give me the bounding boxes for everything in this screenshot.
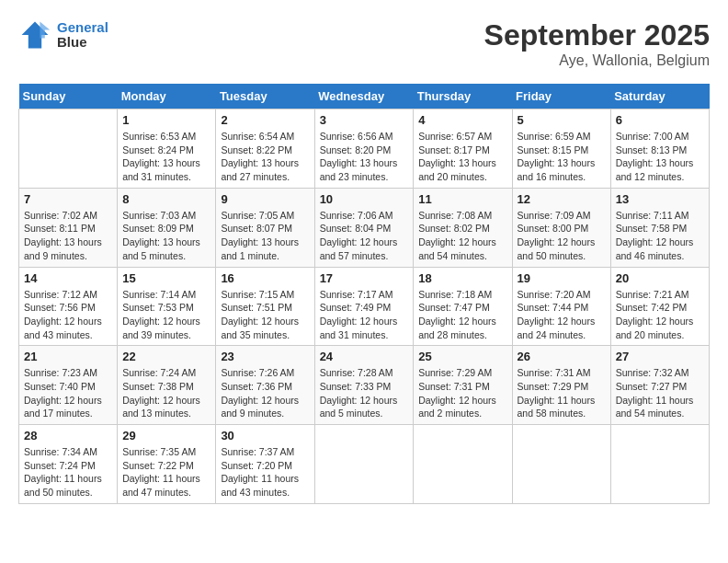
col-header-tuesday: Tuesday bbox=[216, 84, 314, 109]
calendar-cell: 14Sunrise: 7:12 AM Sunset: 7:56 PM Dayli… bbox=[19, 267, 118, 346]
calendar-table: SundayMondayTuesdayWednesdayThursdayFrid… bbox=[18, 84, 710, 504]
day-number: 1 bbox=[122, 113, 210, 127]
calendar-cell: 7Sunrise: 7:02 AM Sunset: 8:11 PM Daylig… bbox=[19, 188, 118, 267]
day-info: Sunrise: 6:53 AM Sunset: 8:24 PM Dayligh… bbox=[122, 130, 210, 184]
day-info: Sunrise: 7:12 AM Sunset: 7:56 PM Dayligh… bbox=[24, 288, 112, 342]
day-info: Sunrise: 7:21 AM Sunset: 7:42 PM Dayligh… bbox=[616, 288, 704, 342]
calendar-cell: 22Sunrise: 7:24 AM Sunset: 7:38 PM Dayli… bbox=[118, 346, 216, 425]
col-header-saturday: Saturday bbox=[610, 84, 709, 109]
calendar-cell: 26Sunrise: 7:31 AM Sunset: 7:29 PM Dayli… bbox=[512, 346, 610, 425]
calendar-cell: 29Sunrise: 7:35 AM Sunset: 7:22 PM Dayli… bbox=[118, 425, 216, 504]
col-header-sunday: Sunday bbox=[19, 84, 118, 109]
day-number: 16 bbox=[221, 271, 309, 285]
calendar-cell bbox=[610, 425, 709, 504]
calendar-cell: 18Sunrise: 7:18 AM Sunset: 7:47 PM Dayli… bbox=[414, 267, 512, 346]
day-info: Sunrise: 6:54 AM Sunset: 8:22 PM Dayligh… bbox=[221, 130, 309, 184]
day-number: 4 bbox=[418, 113, 506, 127]
day-info: Sunrise: 7:31 AM Sunset: 7:29 PM Dayligh… bbox=[518, 366, 606, 420]
day-number: 9 bbox=[221, 192, 309, 206]
logo: General Blue bbox=[18, 18, 108, 52]
day-info: Sunrise: 7:29 AM Sunset: 7:31 PM Dayligh… bbox=[418, 366, 506, 420]
calendar-cell: 24Sunrise: 7:28 AM Sunset: 7:33 PM Dayli… bbox=[314, 346, 414, 425]
day-info: Sunrise: 7:15 AM Sunset: 7:51 PM Dayligh… bbox=[221, 288, 309, 342]
day-info: Sunrise: 7:28 AM Sunset: 7:33 PM Dayligh… bbox=[320, 366, 409, 420]
calendar-cell: 16Sunrise: 7:15 AM Sunset: 7:51 PM Dayli… bbox=[216, 267, 314, 346]
calendar-cell bbox=[19, 109, 118, 189]
day-info: Sunrise: 7:17 AM Sunset: 7:49 PM Dayligh… bbox=[320, 288, 409, 342]
day-number: 23 bbox=[221, 350, 309, 363]
calendar-cell: 17Sunrise: 7:17 AM Sunset: 7:49 PM Dayli… bbox=[314, 267, 414, 346]
calendar-cell: 3Sunrise: 6:56 AM Sunset: 8:20 PM Daylig… bbox=[314, 109, 414, 189]
calendar-week-5: 28Sunrise: 7:34 AM Sunset: 7:24 PM Dayli… bbox=[19, 425, 710, 504]
day-info: Sunrise: 7:14 AM Sunset: 7:53 PM Dayligh… bbox=[122, 288, 210, 342]
svg-marker-1 bbox=[40, 22, 50, 39]
col-header-wednesday: Wednesday bbox=[314, 84, 414, 109]
calendar-cell: 30Sunrise: 7:37 AM Sunset: 7:20 PM Dayli… bbox=[216, 425, 314, 504]
calendar-cell: 23Sunrise: 7:26 AM Sunset: 7:36 PM Dayli… bbox=[216, 346, 314, 425]
day-number: 18 bbox=[418, 271, 506, 285]
day-number: 24 bbox=[320, 350, 409, 363]
calendar-cell bbox=[314, 425, 414, 504]
day-number: 12 bbox=[518, 192, 606, 206]
day-number: 15 bbox=[122, 271, 210, 285]
calendar-week-3: 14Sunrise: 7:12 AM Sunset: 7:56 PM Dayli… bbox=[19, 267, 710, 346]
day-info: Sunrise: 7:26 AM Sunset: 7:36 PM Dayligh… bbox=[221, 366, 309, 420]
day-info: Sunrise: 7:00 AM Sunset: 8:13 PM Dayligh… bbox=[616, 130, 704, 184]
calendar-week-4: 21Sunrise: 7:23 AM Sunset: 7:40 PM Dayli… bbox=[19, 346, 710, 425]
day-number: 27 bbox=[616, 350, 704, 363]
day-number: 10 bbox=[320, 192, 409, 206]
day-number: 6 bbox=[616, 113, 704, 127]
calendar-cell: 2Sunrise: 6:54 AM Sunset: 8:22 PM Daylig… bbox=[216, 109, 314, 189]
day-info: Sunrise: 7:37 AM Sunset: 7:20 PM Dayligh… bbox=[221, 445, 309, 500]
day-number: 14 bbox=[24, 271, 112, 285]
day-number: 26 bbox=[518, 350, 606, 363]
calendar-week-2: 7Sunrise: 7:02 AM Sunset: 8:11 PM Daylig… bbox=[19, 188, 710, 267]
day-info: Sunrise: 7:08 AM Sunset: 8:02 PM Dayligh… bbox=[418, 209, 506, 263]
calendar-cell: 28Sunrise: 7:34 AM Sunset: 7:24 PM Dayli… bbox=[19, 425, 118, 504]
day-number: 7 bbox=[24, 192, 112, 206]
calendar-body: 1Sunrise: 6:53 AM Sunset: 8:24 PM Daylig… bbox=[19, 109, 710, 504]
day-number: 11 bbox=[418, 192, 506, 206]
page-subtitle: Aye, Wallonia, Belgium bbox=[484, 52, 710, 69]
day-info: Sunrise: 6:57 AM Sunset: 8:17 PM Dayligh… bbox=[418, 130, 506, 184]
day-number: 19 bbox=[518, 271, 606, 285]
day-number: 29 bbox=[122, 429, 210, 442]
col-header-thursday: Thursday bbox=[414, 84, 512, 109]
col-header-friday: Friday bbox=[512, 84, 610, 109]
day-number: 20 bbox=[616, 271, 704, 285]
calendar-cell: 4Sunrise: 6:57 AM Sunset: 8:17 PM Daylig… bbox=[414, 109, 512, 189]
calendar-cell: 20Sunrise: 7:21 AM Sunset: 7:42 PM Dayli… bbox=[610, 267, 709, 346]
day-number: 22 bbox=[122, 350, 210, 363]
day-number: 13 bbox=[616, 192, 704, 206]
calendar-cell bbox=[512, 425, 610, 504]
day-info: Sunrise: 7:35 AM Sunset: 7:22 PM Dayligh… bbox=[122, 445, 210, 500]
day-number: 2 bbox=[221, 113, 309, 127]
day-info: Sunrise: 7:18 AM Sunset: 7:47 PM Dayligh… bbox=[418, 288, 506, 342]
day-info: Sunrise: 6:56 AM Sunset: 8:20 PM Dayligh… bbox=[320, 130, 409, 184]
day-info: Sunrise: 7:05 AM Sunset: 8:07 PM Dayligh… bbox=[221, 209, 309, 263]
day-number: 25 bbox=[418, 350, 506, 363]
day-info: Sunrise: 6:59 AM Sunset: 8:15 PM Dayligh… bbox=[518, 130, 606, 184]
calendar-cell: 5Sunrise: 6:59 AM Sunset: 8:15 PM Daylig… bbox=[512, 109, 610, 189]
calendar-cell: 9Sunrise: 7:05 AM Sunset: 8:07 PM Daylig… bbox=[216, 188, 314, 267]
day-number: 5 bbox=[518, 113, 606, 127]
calendar-cell bbox=[414, 425, 512, 504]
day-number: 30 bbox=[221, 429, 309, 442]
day-number: 28 bbox=[24, 429, 112, 442]
day-info: Sunrise: 7:34 AM Sunset: 7:24 PM Dayligh… bbox=[24, 445, 112, 500]
day-info: Sunrise: 7:03 AM Sunset: 8:09 PM Dayligh… bbox=[122, 209, 210, 263]
day-number: 21 bbox=[24, 350, 112, 363]
calendar-cell: 1Sunrise: 6:53 AM Sunset: 8:24 PM Daylig… bbox=[118, 109, 216, 189]
calendar-cell: 11Sunrise: 7:08 AM Sunset: 8:02 PM Dayli… bbox=[414, 188, 512, 267]
day-info: Sunrise: 7:24 AM Sunset: 7:38 PM Dayligh… bbox=[122, 366, 210, 420]
day-info: Sunrise: 7:09 AM Sunset: 8:00 PM Dayligh… bbox=[518, 209, 606, 263]
day-number: 17 bbox=[320, 271, 409, 285]
page-header: General Blue September 2025 Aye, Walloni… bbox=[18, 18, 710, 69]
calendar-cell: 19Sunrise: 7:20 AM Sunset: 7:44 PM Dayli… bbox=[512, 267, 610, 346]
logo-icon bbox=[18, 18, 51, 52]
calendar-cell: 8Sunrise: 7:03 AM Sunset: 8:09 PM Daylig… bbox=[118, 188, 216, 267]
day-info: Sunrise: 7:06 AM Sunset: 8:04 PM Dayligh… bbox=[320, 209, 409, 263]
day-info: Sunrise: 7:20 AM Sunset: 7:44 PM Dayligh… bbox=[518, 288, 606, 342]
calendar-cell: 27Sunrise: 7:32 AM Sunset: 7:27 PM Dayli… bbox=[610, 346, 709, 425]
day-info: Sunrise: 7:23 AM Sunset: 7:40 PM Dayligh… bbox=[24, 366, 112, 420]
